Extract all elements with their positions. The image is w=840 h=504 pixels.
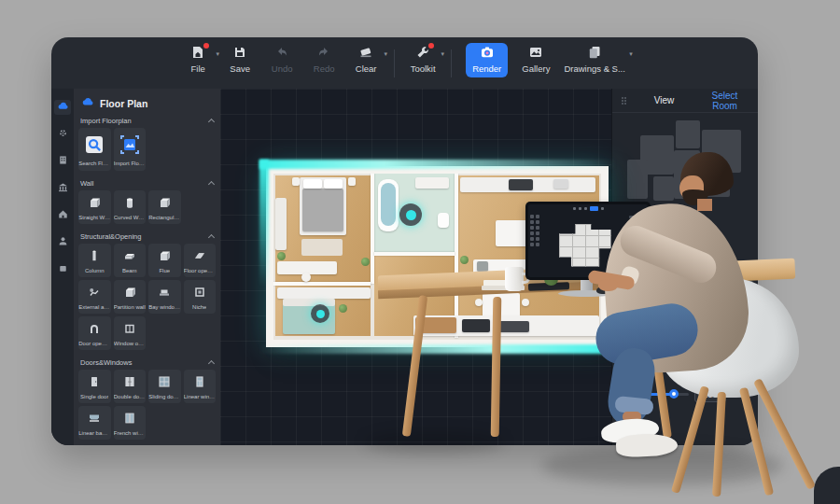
section-header[interactable]: Wall bbox=[78, 176, 216, 190]
tool-tile[interactable]: Column bbox=[78, 244, 111, 277]
tool-tile-label: Floor opening bbox=[184, 268, 216, 273]
cyan-glow-edge bbox=[259, 160, 269, 287]
rail-box[interactable] bbox=[54, 262, 71, 277]
opacity-slider-handle[interactable] bbox=[669, 389, 679, 399]
person-neck bbox=[697, 199, 712, 211]
tool-tile[interactable]: Import Floorplan bbox=[114, 128, 147, 171]
toolbar-undo-button[interactable]: Undo bbox=[268, 46, 296, 74]
toolbar-file-button[interactable]: File▾ bbox=[184, 46, 212, 74]
section-header[interactable]: Import Floorplan bbox=[78, 114, 216, 128]
toolbar-toolkit-button[interactable]: Toolkit▾ bbox=[409, 46, 437, 74]
panel-title: Floor Plan bbox=[100, 98, 147, 109]
tool-tile-label: Linear window bbox=[184, 394, 216, 399]
tool-tile[interactable]: Niche bbox=[184, 280, 217, 314]
tool-tile[interactable]: Linear window bbox=[184, 370, 217, 403]
chevron-up-icon bbox=[208, 119, 215, 125]
tool-sections: Import FloorplanSearch Floor PlanImport … bbox=[78, 114, 216, 440]
french-window-icon bbox=[122, 411, 137, 429]
room-marker[interactable] bbox=[399, 203, 422, 226]
column-icon bbox=[87, 248, 102, 267]
tool-tile[interactable]: Straight Wall(S) bbox=[78, 190, 111, 224]
tool-tile[interactable]: Partition wall bbox=[114, 280, 147, 314]
section-grid: Straight Wall(S)Curved Wall(C)Rectangula… bbox=[78, 190, 216, 224]
search-floorplan-icon bbox=[83, 133, 105, 160]
toolbar-icon-wrap bbox=[586, 46, 603, 63]
cube-icon bbox=[87, 195, 102, 214]
toolbar-icon-wrap bbox=[189, 46, 206, 63]
person-hand bbox=[598, 279, 618, 291]
tool-tile[interactable]: Window opening bbox=[114, 316, 147, 350]
toolbar-divider bbox=[394, 49, 395, 77]
rail-cloud[interactable] bbox=[54, 100, 71, 115]
minimap-room[interactable] bbox=[676, 120, 700, 148]
tool-tile[interactable]: Double doors bbox=[114, 370, 147, 403]
tool-tile-label: Beam bbox=[122, 268, 137, 273]
tool-tile-label: Import Floorplan bbox=[114, 161, 146, 166]
tool-tile[interactable]: Floor opening bbox=[184, 244, 217, 277]
box-icon bbox=[57, 261, 69, 278]
rail-house[interactable] bbox=[54, 208, 71, 223]
tool-tile-label: Flue bbox=[159, 268, 170, 273]
chevron-up-icon bbox=[208, 181, 215, 188]
tool-tile[interactable]: Curved Wall(C) bbox=[114, 190, 147, 224]
tool-tile[interactable]: Rectangular Wal... bbox=[148, 190, 181, 224]
toolbar-drawings-button[interactable]: Drawings & S...▾ bbox=[564, 46, 624, 74]
page: File▾SaveUndoRedoClear▾Toolkit▾RenderGal… bbox=[0, 0, 840, 504]
rail-gear[interactable] bbox=[54, 127, 71, 142]
arch-icon bbox=[87, 321, 102, 340]
tool-tile-label: Rectangular Wal... bbox=[148, 215, 180, 220]
minimap-room[interactable] bbox=[627, 160, 648, 199]
save-icon bbox=[232, 45, 247, 63]
toolbar-icon-wrap bbox=[273, 46, 290, 63]
tool-tile[interactable]: Door opening bbox=[78, 316, 111, 350]
tool-tile-label: Curved Wall(C) bbox=[114, 215, 146, 220]
tool-tile[interactable]: French window bbox=[114, 406, 147, 440]
tool-tile[interactable]: Search Floor Plan bbox=[78, 128, 111, 171]
chevron-down-icon: ▾ bbox=[441, 50, 445, 58]
floor-shadow bbox=[364, 431, 504, 454]
tool-tile[interactable]: Sliding doors bbox=[148, 370, 181, 403]
toolbar-redo-button[interactable]: Redo bbox=[310, 46, 338, 74]
chevron-down-icon: ▾ bbox=[385, 50, 388, 58]
cloud-icon bbox=[81, 95, 94, 112]
tool-tile-label: Partition wall bbox=[114, 304, 146, 310]
room-marker[interactable] bbox=[311, 304, 329, 323]
tool-tile[interactable]: Flue bbox=[148, 244, 181, 277]
tool-tile[interactable]: Single door bbox=[78, 370, 111, 403]
tool-tile[interactable]: External area bbox=[78, 280, 111, 314]
bay-sill-icon bbox=[157, 285, 172, 303]
right-panel-tabs: ViewSelect Room bbox=[612, 89, 758, 113]
toolbar-save-button[interactable]: Save bbox=[226, 46, 254, 74]
tab-view[interactable]: View bbox=[640, 95, 688, 105]
cylinder-icon bbox=[122, 195, 137, 214]
tool-tile[interactable]: Beam bbox=[114, 244, 147, 277]
notification-dot bbox=[428, 43, 434, 49]
section-header[interactable]: Structural&Opening bbox=[78, 230, 216, 244]
tool-tile[interactable]: Linear bay win... bbox=[78, 406, 111, 440]
section-title: Doors&Windows bbox=[80, 358, 132, 367]
chevron-down-icon: ▾ bbox=[217, 50, 220, 58]
eraser-icon bbox=[358, 45, 373, 63]
tab-select-room[interactable]: Select Room bbox=[701, 91, 749, 111]
mug bbox=[505, 267, 524, 291]
rail-building[interactable] bbox=[54, 154, 71, 169]
single-door-icon bbox=[87, 374, 102, 393]
minimap-room[interactable] bbox=[653, 176, 674, 201]
rail-person[interactable] bbox=[54, 235, 71, 250]
toolbar-label: Gallery bbox=[522, 63, 550, 74]
bank-icon bbox=[57, 180, 69, 197]
rail-bank[interactable] bbox=[54, 181, 71, 196]
toolbar-gallery-button[interactable]: Gallery bbox=[522, 46, 550, 74]
floorplan-tool-panel: Floor Plan Import FloorplanSearch Floor … bbox=[74, 89, 220, 445]
section-header[interactable]: Doors&Windows bbox=[78, 356, 216, 370]
redo-icon bbox=[316, 45, 331, 63]
tool-tile-label: Door opening bbox=[78, 341, 110, 346]
file-icon bbox=[190, 45, 205, 63]
drag-handle-icon[interactable] bbox=[622, 97, 627, 105]
toolbar-clear-button[interactable]: Clear▾ bbox=[352, 46, 380, 74]
bay-window-icon bbox=[87, 411, 102, 429]
tool-tile[interactable]: Bay window sill bbox=[148, 280, 181, 314]
toolbar-render-button[interactable]: Render bbox=[466, 43, 508, 77]
toolbar: File▾SaveUndoRedoClear▾Toolkit▾RenderGal… bbox=[51, 37, 758, 89]
toolbar-label: Render bbox=[472, 63, 501, 74]
